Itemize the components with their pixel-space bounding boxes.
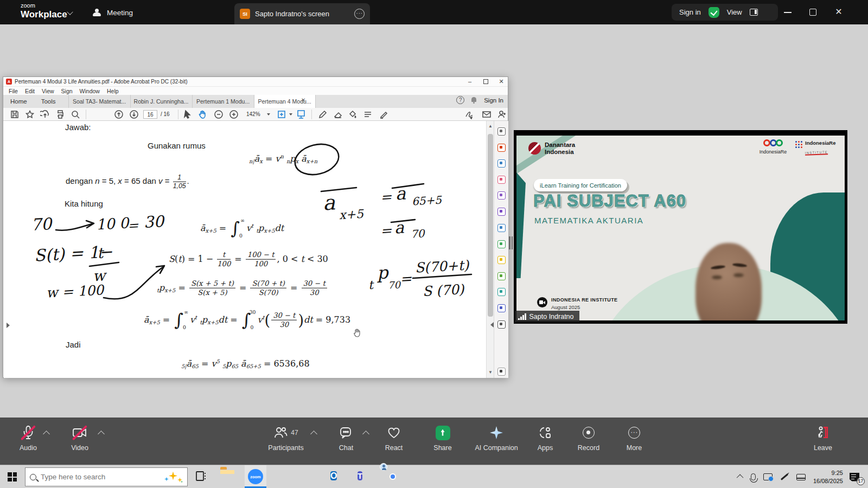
tab-tools[interactable]: Tools [34, 95, 63, 108]
share-button[interactable]: Share [413, 425, 473, 452]
start-button[interactable] [8, 472, 17, 481]
tray-expand-icon[interactable] [737, 474, 744, 481]
view-button[interactable]: View [727, 8, 742, 16]
menu-item[interactable]: View [42, 88, 54, 94]
edit-pdf-icon[interactable] [497, 208, 506, 216]
zoom-out-icon[interactable] [214, 110, 224, 119]
taskbar-search[interactable] [25, 467, 188, 486]
chevron-down-icon[interactable] [67, 9, 73, 15]
signature-icon[interactable] [464, 110, 474, 119]
more-button[interactable]: ··· More [604, 425, 664, 452]
tab-meeting[interactable]: Meeting [92, 5, 133, 20]
acrobat-restore-button[interactable] [483, 79, 488, 84]
scroll-up-icon[interactable]: ▲ [488, 124, 493, 129]
outlook-button[interactable]: O [330, 469, 346, 484]
close-tab-icon[interactable]: ✕ [301, 97, 305, 103]
search-tool-icon[interactable] [497, 127, 506, 136]
document-tab[interactable]: Soal TA3- Matemat... [68, 95, 130, 108]
more-tools-icon[interactable] [497, 320, 506, 329]
scrollbar-thumb[interactable] [488, 134, 493, 317]
acrobat-sign-in-button[interactable]: Sign In [484, 97, 503, 104]
sign-in-button[interactable]: Sign in [679, 8, 701, 16]
document-tab[interactable]: Pertemuan 4 Modu... [254, 95, 316, 108]
export-pdf-icon[interactable] [497, 144, 506, 152]
send-review-icon[interactable] [497, 288, 506, 296]
eraser-icon[interactable] [333, 110, 343, 119]
leave-button[interactable]: Leave [793, 425, 853, 452]
page-display-icon[interactable] [296, 110, 306, 119]
menu-item[interactable]: Window [80, 88, 100, 94]
vertical-scrollbar[interactable]: ▲ ▼ [486, 121, 494, 378]
search-icon[interactable] [71, 110, 80, 119]
tab-home[interactable]: Home [3, 95, 34, 108]
expand-left-pane-icon[interactable] [7, 323, 10, 328]
tray-microphone-icon[interactable] [751, 473, 756, 480]
zoom-app-button[interactable]: zoom [245, 465, 266, 488]
fill-color-icon[interactable] [348, 110, 358, 119]
menu-item[interactable]: File [9, 88, 18, 94]
fit-caret-icon[interactable] [289, 113, 292, 115]
bell-icon[interactable] [471, 97, 477, 104]
tab-shared-screen[interactable]: SI Sapto Indratno's screen ··· [234, 3, 370, 24]
scan-ocr-icon[interactable] [497, 240, 506, 248]
select-tool-icon[interactable] [182, 110, 192, 119]
teams-button[interactable]: T [358, 469, 373, 484]
comment-lines-icon[interactable] [363, 110, 373, 119]
share-tool-icon[interactable] [497, 224, 506, 232]
comment-tool-icon[interactable] [497, 256, 506, 264]
security-shield-icon[interactable] [709, 7, 719, 18]
google-drive-button[interactable] [276, 469, 291, 484]
pencil-icon[interactable] [318, 110, 328, 119]
organize-pages-icon[interactable] [497, 191, 506, 200]
print-icon[interactable] [55, 110, 65, 119]
minimize-button[interactable] [783, 7, 794, 17]
close-button[interactable]: ✕ [833, 7, 844, 17]
task-view-button[interactable] [194, 469, 209, 484]
help-icon[interactable]: ? [456, 96, 464, 104]
document-tab[interactable]: Robin J. Cunningha... [130, 95, 192, 108]
menu-item[interactable]: Edit [25, 88, 35, 94]
maximize-button[interactable] [808, 7, 819, 17]
page-number-input[interactable]: 16 [143, 110, 157, 119]
video-panel[interactable]: Danantara Indonesia IndonesiaRe Indonesi… [514, 130, 847, 324]
acrobat-minimize-button[interactable]: – [465, 78, 474, 85]
tray-screenshare-icon[interactable] [763, 473, 773, 480]
layout-divider-handle[interactable] [509, 236, 513, 249]
next-page-icon[interactable] [129, 110, 139, 119]
pdf-page[interactable]: Jawab: Gunakan rumus Kita hitung Jadi n|… [4, 121, 486, 378]
previous-page-icon[interactable] [114, 110, 124, 119]
combine-files-icon[interactable] [497, 176, 506, 184]
acrobat-close-button[interactable]: ✕ [497, 78, 506, 85]
participants-button[interactable]: 47 Participants [256, 425, 316, 452]
taskbar-clock[interactable]: 9:25 16/08/2025 [813, 469, 843, 485]
file-explorer-button[interactable] [220, 469, 235, 484]
person-add-icon[interactable] [497, 110, 507, 119]
fit-page-icon[interactable] [277, 110, 286, 119]
protect-tool-icon[interactable] [497, 304, 506, 312]
taskbar-search-input[interactable] [41, 473, 160, 481]
zoom-caret-icon[interactable] [267, 113, 270, 115]
highlighter-icon[interactable] [379, 110, 388, 119]
menu-item[interactable]: Help [107, 88, 119, 94]
chrome-button[interactable] [385, 469, 400, 484]
share-upload-icon[interactable] [40, 110, 50, 119]
document-tab[interactable]: Pertemuan 1 Modu... [192, 95, 254, 108]
ellipsis-icon[interactable]: ··· [354, 9, 365, 19]
star-icon[interactable] [25, 110, 35, 119]
scroll-down-icon[interactable]: ▼ [488, 370, 493, 375]
tray-pen-icon[interactable] [781, 473, 788, 480]
tray-touchpad-icon[interactable] [796, 474, 806, 480]
save-icon[interactable] [10, 110, 20, 119]
mail-icon[interactable] [482, 110, 492, 119]
stamp-tool-icon[interactable] [497, 272, 506, 280]
hand-tool-icon[interactable] [197, 110, 207, 119]
firefox-button[interactable] [303, 469, 318, 484]
create-pdf-icon[interactable] [497, 159, 506, 168]
video-button[interactable]: Video [50, 425, 110, 452]
view-layout-icon[interactable] [750, 9, 758, 16]
audio-button[interactable]: Audio [0, 425, 58, 452]
collapse-right-pane-icon[interactable] [490, 322, 494, 328]
menu-item[interactable]: Sign [61, 88, 73, 94]
zoom-level-select[interactable]: 142% [246, 111, 260, 117]
zoom-in-icon[interactable] [229, 110, 239, 119]
